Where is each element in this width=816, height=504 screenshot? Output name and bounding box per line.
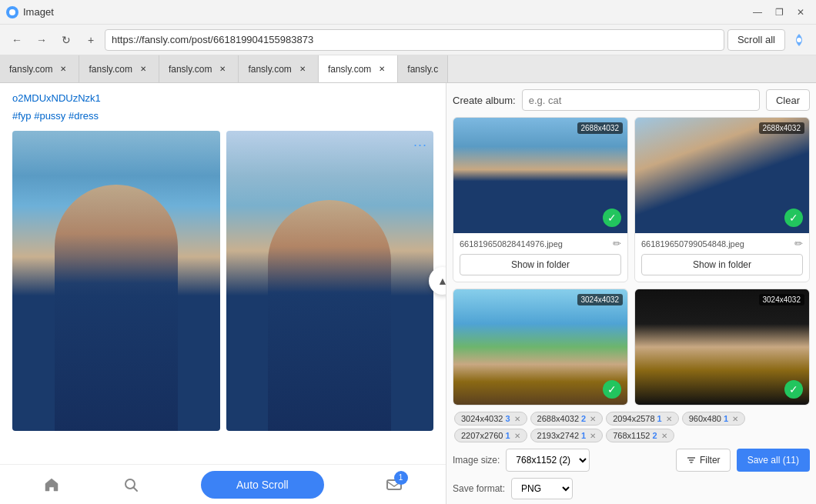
close-button[interactable]: ✕ (791, 3, 810, 22)
thumb-dim-3: 3024x4032 (759, 294, 805, 305)
filter-tag-count-5: 1 (581, 431, 586, 440)
filter-tag-remove-2[interactable]: ✕ (666, 415, 672, 423)
right-header: Create album: Clear (453, 89, 810, 111)
tab-label-4: fansly.com (328, 64, 371, 75)
filter-tag-2[interactable]: 2094x2578 1✕ (606, 412, 679, 426)
filter-tag-label-3: 960x480 (689, 414, 721, 423)
thumb-info-1: 661819650799054848.jpeg ✏ (635, 233, 809, 254)
thumb-check-0: ✓ (603, 209, 621, 227)
filter-tag-label-4: 2207x2760 (461, 431, 503, 440)
tab-1[interactable]: fansly.com ✕ (79, 55, 159, 83)
thumb-image-3[interactable]: 3024x4032 ✓ (635, 289, 809, 405)
filter-tag-remove-0[interactable]: ✕ (514, 415, 520, 423)
thumb-info-0: 661819650828414976.jpeg ✏ (453, 233, 627, 254)
page-content: o2MDUxNDUzNzk1 #fyp #pussy #dress ··· ▲ (0, 83, 446, 440)
album-input[interactable] (522, 89, 760, 111)
thumb-card-1: 2688x4032 ✓ 661819650799054848.jpeg ✏ Sh… (634, 117, 810, 282)
filter-tag-remove-5[interactable]: ✕ (590, 432, 596, 440)
address-bar[interactable] (105, 29, 724, 51)
image-size-select[interactable]: 768x1152 (2) (506, 449, 590, 472)
filter-tag-remove-4[interactable]: ✕ (514, 432, 520, 440)
controls-row: Image size: 768x1152 (2) Filter Save all… (453, 449, 810, 472)
thumb-filename-0: 661819650828414976.jpeg (460, 239, 613, 249)
app-title: Imaget (23, 6, 54, 18)
more-button[interactable]: ··· (413, 137, 427, 153)
browser-image-2: ··· (226, 131, 434, 431)
clear-button[interactable]: Clear (766, 89, 810, 111)
filter-tag-label-6: 768x1152 (613, 431, 650, 440)
window-controls: — ❐ ✕ (748, 3, 810, 22)
thumb-dim-0: 2688x4032 (577, 122, 624, 134)
save-format-label: Save format: (453, 483, 505, 494)
thumbnails-grid: 2688x4032 ✓ 661819650828414976.jpeg ✏ Sh… (453, 117, 810, 406)
tab-label-1: fansly.com (89, 64, 132, 75)
thumb-image-2[interactable]: 3024x4032 ✓ (453, 289, 627, 405)
filter-tag-count-4: 1 (505, 431, 510, 440)
restore-button[interactable]: ❐ (770, 3, 788, 22)
filter-tag-remove-1[interactable]: ✕ (590, 415, 596, 423)
refresh-button[interactable]: ↻ (55, 29, 77, 51)
tab-close-1[interactable]: ✕ (137, 63, 149, 75)
thumb-dim-2: 3024x4032 (577, 294, 624, 305)
tabs-bar: fansly.com ✕ fansly.com ✕ fansly.com ✕ f… (0, 55, 816, 83)
format-select[interactable]: PNG (511, 478, 573, 499)
minimize-button[interactable]: — (748, 3, 767, 22)
tab-close-3[interactable]: ✕ (296, 63, 309, 75)
main-layout: o2MDUxNDUzNzk1 #fyp #pussy #dress ··· ▲ (0, 83, 816, 504)
filter-tag-label-5: 2193x2742 (537, 431, 579, 440)
thumb-check-2: ✓ (603, 380, 621, 399)
auto-scroll-button[interactable]: Auto Scroll (201, 471, 324, 499)
thumb-card-2: 3024x4032 ✓ (453, 289, 628, 406)
filter-button-label: Filter (700, 455, 721, 466)
filter-button[interactable]: Filter (676, 449, 731, 472)
filter-tag-remove-3[interactable]: ✕ (732, 415, 738, 423)
svg-line-3 (134, 487, 138, 491)
filter-tag-1[interactable]: 2688x4032 2✕ (530, 412, 604, 426)
show-folder-button-0[interactable]: Show in folder (460, 254, 621, 275)
filter-tag-count-6: 2 (652, 431, 657, 440)
new-tab-button[interactable]: + (80, 29, 102, 51)
filter-tag-count-0: 3 (505, 414, 510, 423)
tab-close-0[interactable]: ✕ (57, 63, 69, 75)
filter-tag-6[interactable]: 768x1152 2✕ (606, 429, 674, 442)
thumb-dim-1: 2688x4032 (759, 122, 805, 134)
show-folder-button-1[interactable]: Show in folder (641, 254, 803, 275)
filter-tag-5[interactable]: 2193x2742 1✕ (530, 429, 604, 442)
tab-close-4[interactable]: ✕ (376, 63, 388, 75)
tab-0[interactable]: fansly.com ✕ (0, 55, 79, 83)
page-link[interactable]: o2MDUxNDUzNzk1 (12, 92, 433, 104)
thumb-check-3: ✓ (784, 380, 803, 399)
edit-icon-1[interactable]: ✏ (794, 238, 803, 249)
tab-label-5: fansly.c (407, 64, 438, 75)
tab-4[interactable]: fansly.com ✕ (319, 55, 398, 83)
messages-button[interactable]: 1 (379, 469, 410, 500)
filter-tag-count-2: 1 (657, 414, 662, 423)
filter-tag-4[interactable]: 2207x2760 1✕ (454, 429, 527, 442)
tab-2[interactable]: fansly.com ✕ (159, 55, 239, 83)
tab-label-0: fansly.com (9, 64, 52, 75)
tab-close-2[interactable]: ✕ (216, 63, 229, 75)
app-icon (6, 6, 18, 18)
scroll-all-button[interactable]: Scroll all (727, 29, 785, 51)
search-button[interactable] (115, 469, 146, 500)
forward-button[interactable]: → (31, 29, 52, 51)
filter-tag-remove-6[interactable]: ✕ (661, 432, 667, 440)
filter-tag-3[interactable]: 960x480 1✕ (682, 412, 745, 426)
tab-label-2: fansly.com (169, 64, 212, 75)
thumb-image-1[interactable]: 2688x4032 ✓ (635, 118, 809, 233)
tab-3[interactable]: fansly.com ✕ (239, 55, 318, 83)
navbar: ← → ↻ + Scroll all (0, 25, 816, 55)
filter-tag-label-0: 3024x4032 (461, 414, 503, 423)
svg-point-1 (797, 38, 801, 42)
extension-icon[interactable] (788, 29, 810, 51)
filter-tag-0[interactable]: 3024x4032 3✕ (454, 412, 527, 426)
tab-5[interactable]: fansly.c (398, 55, 448, 83)
thumb-image-0[interactable]: 2688x4032 ✓ (453, 118, 627, 233)
save-all-button[interactable]: Save all (11) (737, 449, 810, 472)
back-button[interactable]: ← (6, 29, 28, 51)
home-button[interactable] (36, 469, 67, 500)
format-row: Save format: PNG (453, 478, 810, 499)
thumb-card-3: 3024x4032 ✓ (634, 289, 810, 406)
edit-icon-0[interactable]: ✏ (613, 238, 621, 249)
filter-tag-label-1: 2688x4032 (537, 414, 579, 423)
